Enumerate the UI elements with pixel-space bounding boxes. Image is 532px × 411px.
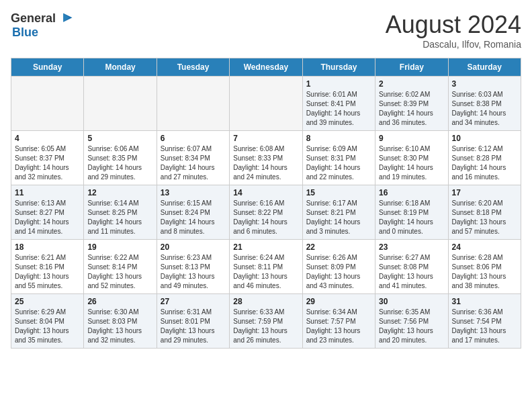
day-info-23: Sunrise: 6:27 AMSunset: 8:08 PMDaylight:… bbox=[379, 253, 444, 291]
day-info-7: Sunrise: 6:08 AMSunset: 8:33 PMDaylight:… bbox=[233, 144, 298, 182]
day-cell-9: 9Sunrise: 6:10 AMSunset: 8:30 PMDaylight… bbox=[375, 131, 448, 185]
day-cell-21: 21Sunrise: 6:24 AMSunset: 8:11 PMDayligh… bbox=[230, 240, 302, 294]
day-info-4: Sunrise: 6:05 AMSunset: 8:37 PMDaylight:… bbox=[15, 144, 80, 182]
day-info-3: Sunrise: 6:03 AMSunset: 8:38 PMDaylight:… bbox=[452, 90, 517, 128]
day-info-28: Sunrise: 6:33 AMSunset: 7:59 PMDaylight:… bbox=[233, 308, 298, 345]
day-info-8: Sunrise: 6:09 AMSunset: 8:31 PMDaylight:… bbox=[306, 144, 371, 182]
day-number-7: 7 bbox=[233, 134, 298, 143]
weekday-tuesday: Tuesday bbox=[157, 58, 229, 77]
logo-general: General bbox=[11, 11, 56, 26]
day-number-24: 24 bbox=[452, 242, 517, 252]
day-number-27: 27 bbox=[161, 297, 226, 306]
day-number-12: 12 bbox=[87, 188, 152, 197]
day-number-18: 18 bbox=[15, 242, 80, 252]
day-cell-2: 2Sunrise: 6:02 AMSunset: 8:39 PMDaylight… bbox=[375, 77, 448, 131]
weekday-monday: Monday bbox=[84, 58, 157, 77]
day-info-12: Sunrise: 6:14 AMSunset: 8:25 PMDaylight:… bbox=[87, 199, 152, 236]
empty-cell bbox=[84, 77, 157, 131]
day-number-29: 29 bbox=[306, 297, 371, 306]
day-info-11: Sunrise: 6:13 AMSunset: 8:27 PMDaylight:… bbox=[15, 199, 80, 236]
day-cell-12: 12Sunrise: 6:14 AMSunset: 8:25 PMDayligh… bbox=[84, 185, 157, 240]
weekday-friday: Friday bbox=[375, 58, 448, 77]
calendar-week-4: 18Sunrise: 6:21 AMSunset: 8:16 PMDayligh… bbox=[11, 240, 521, 294]
calendar-table: SundayMondayTuesdayWednesdayThursdayFrid… bbox=[11, 58, 521, 349]
day-number-30: 30 bbox=[379, 297, 444, 306]
day-number-21: 21 bbox=[233, 242, 298, 252]
empty-cell bbox=[11, 77, 84, 131]
title-block: August 2024 Dascalu, Ilfov, Romania bbox=[386, 11, 521, 50]
day-cell-5: 5Sunrise: 6:06 AMSunset: 8:35 PMDaylight… bbox=[84, 131, 157, 185]
day-info-9: Sunrise: 6:10 AMSunset: 8:30 PMDaylight:… bbox=[379, 144, 444, 182]
day-number-9: 9 bbox=[379, 134, 444, 143]
day-cell-30: 30Sunrise: 6:35 AMSunset: 7:56 PMDayligh… bbox=[375, 294, 448, 349]
calendar-week-3: 11Sunrise: 6:13 AMSunset: 8:27 PMDayligh… bbox=[11, 185, 521, 240]
day-number-14: 14 bbox=[233, 188, 298, 197]
day-number-1: 1 bbox=[306, 79, 371, 89]
day-number-25: 25 bbox=[15, 297, 80, 306]
day-cell-10: 10Sunrise: 6:12 AMSunset: 8:28 PMDayligh… bbox=[448, 131, 521, 185]
calendar-week-1: 1Sunrise: 6:01 AMSunset: 8:41 PMDaylight… bbox=[11, 77, 521, 131]
day-number-17: 17 bbox=[452, 188, 517, 197]
day-info-29: Sunrise: 6:34 AMSunset: 7:57 PMDaylight:… bbox=[306, 308, 371, 345]
logo-blue: Blue bbox=[12, 26, 38, 40]
empty-cell bbox=[230, 77, 302, 131]
day-info-10: Sunrise: 6:12 AMSunset: 8:28 PMDaylight:… bbox=[452, 144, 517, 182]
weekday-thursday: Thursday bbox=[302, 58, 375, 77]
day-number-31: 31 bbox=[452, 297, 517, 306]
day-cell-6: 6Sunrise: 6:07 AMSunset: 8:34 PMDaylight… bbox=[157, 131, 229, 185]
day-info-21: Sunrise: 6:24 AMSunset: 8:11 PMDaylight:… bbox=[233, 253, 298, 291]
day-cell-8: 8Sunrise: 6:09 AMSunset: 8:31 PMDaylight… bbox=[302, 131, 375, 185]
day-info-15: Sunrise: 6:17 AMSunset: 8:21 PMDaylight:… bbox=[306, 199, 371, 236]
day-info-31: Sunrise: 6:36 AMSunset: 7:54 PMDaylight:… bbox=[452, 308, 517, 345]
day-info-24: Sunrise: 6:28 AMSunset: 8:06 PMDaylight:… bbox=[452, 253, 517, 291]
calendar-week-5: 25Sunrise: 6:29 AMSunset: 8:04 PMDayligh… bbox=[11, 294, 521, 349]
day-number-26: 26 bbox=[87, 297, 152, 306]
day-info-2: Sunrise: 6:02 AMSunset: 8:39 PMDaylight:… bbox=[379, 90, 444, 128]
day-number-23: 23 bbox=[379, 242, 444, 252]
day-cell-27: 27Sunrise: 6:31 AMSunset: 8:01 PMDayligh… bbox=[157, 294, 229, 349]
day-number-11: 11 bbox=[15, 188, 80, 197]
day-cell-1: 1Sunrise: 6:01 AMSunset: 8:41 PMDaylight… bbox=[302, 77, 375, 131]
day-cell-15: 15Sunrise: 6:17 AMSunset: 8:21 PMDayligh… bbox=[302, 185, 375, 240]
page-header: General Blue August 2024 Dascalu, Ilfov,… bbox=[11, 11, 521, 50]
day-info-26: Sunrise: 6:30 AMSunset: 8:03 PMDaylight:… bbox=[87, 308, 152, 345]
weekday-header-row: SundayMondayTuesdayWednesdayThursdayFrid… bbox=[11, 58, 521, 77]
day-info-18: Sunrise: 6:21 AMSunset: 8:16 PMDaylight:… bbox=[15, 253, 80, 291]
day-cell-28: 28Sunrise: 6:33 AMSunset: 7:59 PMDayligh… bbox=[230, 294, 302, 349]
day-number-28: 28 bbox=[233, 297, 298, 306]
day-info-16: Sunrise: 6:18 AMSunset: 8:19 PMDaylight:… bbox=[379, 199, 444, 236]
day-cell-29: 29Sunrise: 6:34 AMSunset: 7:57 PMDayligh… bbox=[302, 294, 375, 349]
empty-cell bbox=[157, 77, 229, 131]
day-number-2: 2 bbox=[379, 79, 444, 89]
day-info-6: Sunrise: 6:07 AMSunset: 8:34 PMDaylight:… bbox=[161, 144, 226, 182]
day-info-30: Sunrise: 6:35 AMSunset: 7:56 PMDaylight:… bbox=[379, 308, 444, 345]
day-number-5: 5 bbox=[87, 134, 152, 143]
day-cell-26: 26Sunrise: 6:30 AMSunset: 8:03 PMDayligh… bbox=[84, 294, 157, 349]
calendar-week-2: 4Sunrise: 6:05 AMSunset: 8:37 PMDaylight… bbox=[11, 131, 521, 185]
day-info-27: Sunrise: 6:31 AMSunset: 8:01 PMDaylight:… bbox=[161, 308, 226, 345]
day-cell-17: 17Sunrise: 6:20 AMSunset: 8:18 PMDayligh… bbox=[448, 185, 521, 240]
day-cell-18: 18Sunrise: 6:21 AMSunset: 8:16 PMDayligh… bbox=[11, 240, 84, 294]
day-cell-16: 16Sunrise: 6:18 AMSunset: 8:19 PMDayligh… bbox=[375, 185, 448, 240]
day-number-15: 15 bbox=[306, 188, 371, 197]
day-info-5: Sunrise: 6:06 AMSunset: 8:35 PMDaylight:… bbox=[87, 144, 152, 182]
day-number-8: 8 bbox=[306, 134, 371, 143]
day-number-6: 6 bbox=[161, 134, 226, 143]
weekday-sunday: Sunday bbox=[11, 58, 84, 77]
day-cell-3: 3Sunrise: 6:03 AMSunset: 8:38 PMDaylight… bbox=[448, 77, 521, 131]
day-number-10: 10 bbox=[452, 134, 517, 143]
day-number-16: 16 bbox=[379, 188, 444, 197]
day-cell-22: 22Sunrise: 6:26 AMSunset: 8:09 PMDayligh… bbox=[302, 240, 375, 294]
day-info-13: Sunrise: 6:15 AMSunset: 8:24 PMDaylight:… bbox=[161, 199, 226, 236]
day-info-20: Sunrise: 6:23 AMSunset: 8:13 PMDaylight:… bbox=[161, 253, 226, 291]
day-info-22: Sunrise: 6:26 AMSunset: 8:09 PMDaylight:… bbox=[306, 253, 371, 291]
day-info-1: Sunrise: 6:01 AMSunset: 8:41 PMDaylight:… bbox=[306, 90, 371, 128]
day-number-4: 4 bbox=[15, 134, 80, 143]
day-info-19: Sunrise: 6:22 AMSunset: 8:14 PMDaylight:… bbox=[87, 253, 152, 291]
day-number-19: 19 bbox=[87, 242, 152, 252]
day-number-20: 20 bbox=[161, 242, 226, 252]
day-cell-11: 11Sunrise: 6:13 AMSunset: 8:27 PMDayligh… bbox=[11, 185, 84, 240]
month-title: August 2024 bbox=[386, 11, 521, 39]
weekday-saturday: Saturday bbox=[448, 58, 521, 77]
day-cell-31: 31Sunrise: 6:36 AMSunset: 7:54 PMDayligh… bbox=[448, 294, 521, 349]
